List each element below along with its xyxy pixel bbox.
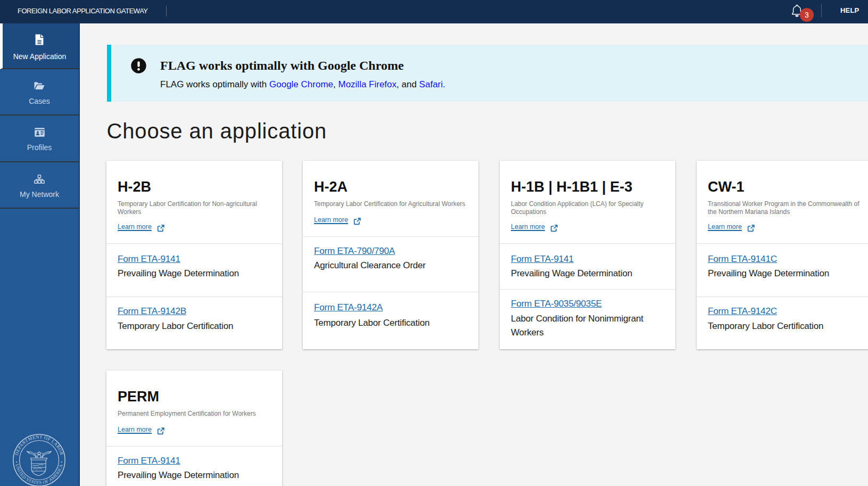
svg-text:DEPARTMENT OF LABOR: DEPARTMENT OF LABOR	[14, 434, 65, 456]
svg-text:UNITED STATES OF AMERICA: UNITED STATES OF AMERICA	[14, 464, 64, 485]
